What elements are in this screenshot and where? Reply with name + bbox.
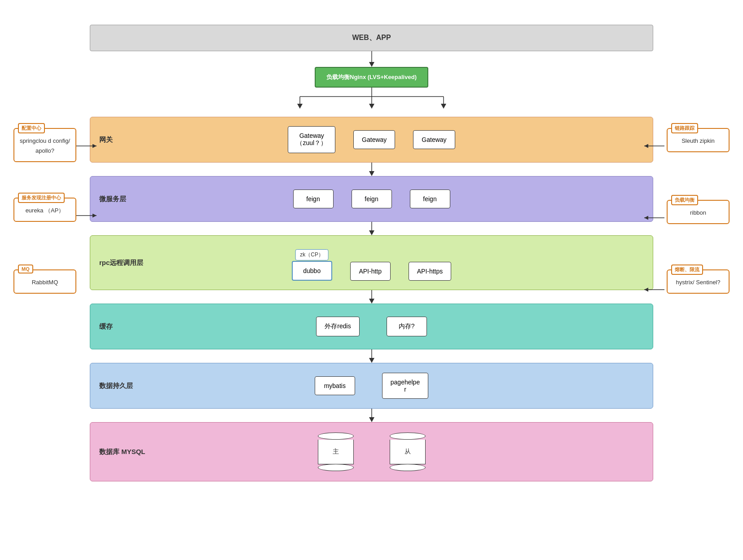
- redis-box: 外存redis: [316, 317, 359, 336]
- arrow-rpc-to-cache: [90, 290, 653, 304]
- memory-box: 内存?: [387, 317, 427, 336]
- lb-title: 负载均衡: [671, 195, 698, 205]
- trace-content: Sleuth zipkin: [673, 136, 723, 146]
- gateway-layer: 网关 Gateway （zuul？） Gateway Gateway: [90, 117, 653, 163]
- svg-marker-7: [369, 104, 374, 109]
- lb-content: ribbon: [673, 208, 723, 218]
- rpc-layer: rpc远程调用层 zk（CP） dubbo API-http API-https: [90, 235, 653, 290]
- dubbo-wrapper: zk（CP） dubbo: [292, 261, 332, 281]
- rpc-layer-label: rpc远程调用层: [99, 259, 143, 267]
- cylinder-body-slave: 从: [390, 440, 426, 464]
- gateway-1-box: Gateway: [353, 130, 395, 149]
- trace-box: 链路跟踪 Sleuth zipkin: [667, 128, 730, 152]
- mq-content: RabbitMQ: [20, 278, 70, 287]
- svg-marker-11: [369, 171, 374, 176]
- config-center-content: springclou d config/ apollo?: [20, 136, 70, 156]
- cylinder-bottom-master: [318, 464, 354, 471]
- cache-layer: 缓存 外存redis 内存?: [90, 304, 653, 349]
- cylinder-body-master: 主: [318, 440, 354, 464]
- svg-marker-13: [369, 230, 374, 235]
- gateway-2-box: Gateway: [413, 130, 455, 149]
- circuit-box: 熔断、限流 hystrix/ Sentinel?: [667, 269, 730, 294]
- micro-layer: 微服务层 feign feign feign: [90, 176, 653, 222]
- arrow-web-to-nginx: [90, 51, 653, 67]
- dubbo-box: dubbo: [292, 261, 332, 281]
- micro-layer-content: feign feign feign: [99, 185, 644, 212]
- cylinder-bottom-slave: [390, 464, 426, 471]
- service-discovery-content: eureka （AP）: [20, 206, 70, 216]
- nginx-wrapper: 负载均衡Nginx (LVS+Keepalived): [90, 67, 653, 88]
- cache-layer-content: 外存redis 内存?: [99, 313, 644, 340]
- trace-title: 链路跟踪: [671, 123, 698, 133]
- persist-layer-content: mybatis pagehelpe r: [99, 372, 644, 399]
- svg-marker-15: [369, 299, 374, 304]
- service-discovery-title: 服务发现注册中心: [18, 193, 65, 203]
- gateway-layer-content: Gateway （zuul？） Gateway Gateway: [99, 126, 644, 153]
- arrow-gw-to-micro: [90, 163, 653, 176]
- zk-label: zk（CP）: [295, 249, 329, 260]
- svg-marker-19: [369, 417, 374, 422]
- api-http-box: API-http: [350, 262, 391, 281]
- persist-layer-label: 数据持久层: [99, 382, 133, 390]
- circuit-content: hystrix/ Sentinel?: [673, 278, 723, 287]
- rpc-layer-content: zk（CP） dubbo API-http API-https: [99, 249, 644, 281]
- micro-layer-label: 微服务层: [99, 195, 126, 203]
- web-app-box: WEB、APP: [90, 25, 653, 51]
- cylinder-top-master: [318, 432, 354, 440]
- svg-marker-1: [369, 62, 374, 67]
- mybatis-box: mybatis: [315, 376, 355, 395]
- arrow-cache-to-persist: [90, 349, 653, 363]
- feign-3-box: feign: [410, 190, 450, 208]
- svg-marker-17: [369, 358, 374, 363]
- circuit-title: 熔断、限流: [671, 265, 703, 275]
- gateway-layer-label: 网关: [99, 136, 113, 144]
- db-layer-label: 数据库 MYSQL: [99, 448, 145, 456]
- master-cylinder: 主: [318, 432, 354, 471]
- lb-box: 负载均衡 ribbon: [667, 200, 730, 224]
- config-center-title: 配置中心: [18, 123, 45, 133]
- db-layer-content: 主 从: [99, 432, 644, 472]
- persist-layer: 数据持久层 mybatis pagehelpe r: [90, 363, 653, 409]
- feign-1-box: feign: [293, 190, 334, 208]
- cache-layer-label: 缓存: [99, 322, 113, 331]
- pagehelper-box: pagehelpe r: [382, 373, 428, 399]
- arrow-persist-to-db: [90, 409, 653, 422]
- diagram-container: 配置中心 springclou d config/ apollo? 服务发现注册…: [0, 0, 743, 560]
- api-https-box: API-https: [409, 262, 452, 281]
- slave-cylinder: 从: [390, 432, 426, 471]
- mq-title: MQ: [18, 265, 33, 273]
- nginx-label: 负载均衡Nginx (LVS+Keepalived): [326, 74, 417, 80]
- arrow-micro-to-rpc: [90, 222, 653, 235]
- svg-marker-9: [441, 104, 446, 109]
- nginx-box: 负载均衡Nginx (LVS+Keepalived): [315, 67, 428, 88]
- mq-box: MQ RabbitMQ: [13, 269, 76, 294]
- cylinder-top-slave: [390, 432, 426, 440]
- gateway-zuul-box: Gateway （zuul？）: [288, 126, 335, 153]
- svg-marker-5: [297, 104, 303, 109]
- service-discovery-box: 服务发现注册中心 eureka （AP）: [13, 198, 76, 222]
- main-center: WEB、APP: [90, 25, 653, 481]
- feign-2-box: feign: [352, 190, 392, 208]
- db-layer: 数据库 MYSQL 主 从: [90, 422, 653, 481]
- config-center-box: 配置中心 springclou d config/ apollo?: [13, 128, 76, 162]
